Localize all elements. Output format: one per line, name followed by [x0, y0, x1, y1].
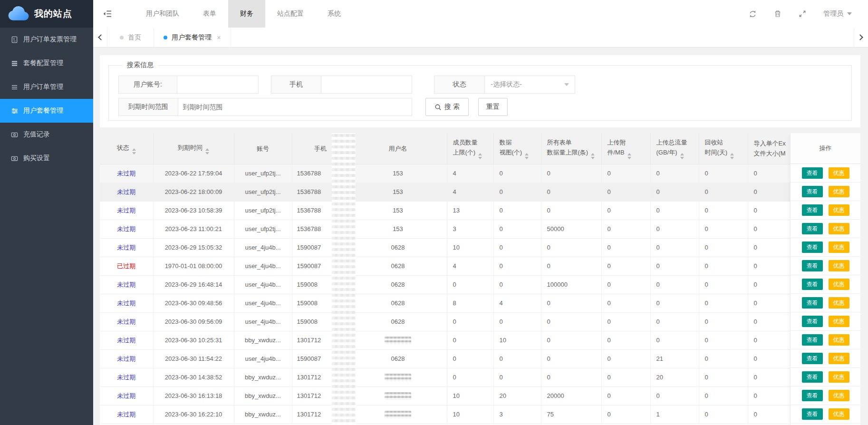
close-icon[interactable]: × [217, 34, 221, 41]
sidebar-item[interactable]: 用户订单管理 [0, 75, 93, 99]
discount-button[interactable]: 优惠 [829, 260, 849, 271]
cell-username: 0628 [349, 349, 447, 368]
discount-button[interactable]: 优惠 [829, 390, 849, 401]
discount-button[interactable]: 优惠 [829, 353, 849, 364]
account-input[interactable] [177, 76, 258, 93]
discount-button[interactable]: 优惠 [829, 334, 849, 346]
reset-button[interactable]: 重置 [478, 98, 508, 116]
discount-button[interactable]: 优惠 [829, 371, 849, 383]
column-header-traffic_gb[interactable]: 上传总流量(GB/年) [650, 133, 699, 164]
discount-button[interactable]: 优惠 [829, 167, 849, 179]
column-header-recycle_days[interactable]: 回收站时间(天) [699, 133, 748, 164]
column-header-status[interactable]: 状态 [100, 133, 153, 164]
collapse-menu-icon[interactable] [93, 0, 121, 28]
view-button[interactable]: 查看 [802, 260, 823, 271]
top-nav-tab[interactable]: 表单 [191, 0, 228, 28]
table-row: 未过期2023-06-22 17:59:04user_ufp2tj...1536… [100, 164, 860, 183]
phone-prefix: 1590087 [297, 244, 321, 251]
sidebar-item[interactable]: 用户套餐管理 [0, 99, 93, 123]
sort-arrows-icon[interactable] [132, 148, 136, 155]
sort-arrows-icon[interactable] [627, 153, 631, 159]
view-button[interactable]: 查看 [802, 353, 823, 364]
cell-traffic_gb: 0 [650, 331, 699, 349]
sort-arrows-icon[interactable] [591, 153, 595, 159]
view-button[interactable]: 查看 [802, 204, 823, 216]
date-range-input[interactable] [178, 98, 412, 116]
top-nav-tab[interactable]: 系统 [316, 0, 353, 28]
sidebar-item[interactable]: 套餐配置管理 [0, 51, 93, 75]
discount-button[interactable]: 优惠 [829, 279, 849, 290]
order-list-icon [10, 84, 19, 91]
view-button[interactable]: 查看 [802, 316, 823, 327]
fullscreen-icon[interactable] [799, 10, 806, 18]
status-select[interactable]: -选择状态- [485, 76, 575, 93]
column-header-form_data_limit[interactable]: 所有表单数据量上限(条) [541, 133, 601, 164]
sort-arrows-icon[interactable] [478, 153, 482, 159]
table-body: 未过期2023-06-22 17:59:04user_ufp2tj...1536… [100, 164, 860, 424]
status-badge: 未过期 [117, 225, 135, 232]
sidebar-item[interactable]: 购买设置 [0, 146, 93, 170]
cell-account: user_ufp2tj... [234, 183, 292, 201]
logo[interactable]: 我的站点 [0, 0, 93, 28]
discount-button[interactable]: 优惠 [829, 316, 849, 327]
view-button[interactable]: 查看 [802, 390, 823, 401]
cell-data_views: 3 [493, 405, 541, 424]
admin-dropdown[interactable]: 管理员 [823, 10, 852, 18]
view-button[interactable]: 查看 [802, 186, 823, 197]
tab-scroll-right-icon[interactable] [854, 28, 868, 47]
sidebar-item[interactable]: 用户订单发票管理 [0, 28, 93, 51]
refresh-icon[interactable] [749, 10, 757, 18]
cell-traffic_gb: 0 [650, 220, 699, 238]
view-button[interactable]: 查看 [802, 223, 823, 234]
column-header-data_views[interactable]: 数据视图(个) [493, 133, 541, 164]
column-header-expire_time[interactable]: 到期时间 [153, 133, 234, 164]
page-tab[interactable]: 用户套餐管理× [154, 28, 231, 47]
phone-input[interactable] [321, 76, 412, 93]
row-actions: 查看优惠 [791, 331, 860, 349]
top-nav-tab[interactable]: 用户和团队 [134, 0, 191, 28]
cloud-logo-icon [6, 6, 30, 22]
cell-phone: 1301712 [292, 331, 349, 349]
cell-status: 未过期 [100, 238, 153, 257]
view-button[interactable]: 查看 [802, 371, 823, 383]
status-badge: 未过期 [117, 244, 135, 251]
discount-button[interactable]: 优惠 [829, 223, 849, 234]
masked-username [385, 411, 411, 418]
column-header-upload_mb[interactable]: 上传附件/MB [601, 133, 650, 164]
sidebar-item[interactable]: 充值记录 [0, 123, 93, 146]
top-nav-tab[interactable]: 财务 [228, 0, 265, 28]
sort-arrows-icon[interactable] [525, 153, 529, 159]
sort-arrows-icon[interactable] [205, 148, 209, 155]
table-row: 未过期2023-06-30 16:22:10bby_xwduz...130171… [100, 405, 860, 424]
cell-username [349, 405, 447, 424]
column-header-member_limit[interactable]: 成员数量上限(个) [447, 133, 493, 164]
view-button[interactable]: 查看 [802, 167, 823, 179]
table-row: 已过期1970-01-01 08:00:00user_4ju4b...15900… [100, 257, 860, 275]
view-button[interactable]: 查看 [802, 297, 823, 309]
row-actions: 查看优惠 [791, 368, 860, 386]
cell-username: 153 [349, 164, 447, 183]
discount-button[interactable]: 优惠 [829, 241, 849, 253]
discount-button[interactable]: 优惠 [829, 186, 849, 197]
status-badge: 未过期 [117, 411, 135, 418]
cell-upload_mb: 0 [601, 349, 650, 368]
cell-expire_time: 2023-06-23 10:58:39 [153, 201, 234, 220]
cell-form_data_limit: 100000 [541, 275, 601, 294]
search-button[interactable]: 搜 索 [425, 98, 469, 116]
discount-button[interactable]: 优惠 [829, 297, 849, 309]
cell-username: 153 [349, 220, 447, 238]
view-button[interactable]: 查看 [802, 241, 823, 253]
sort-arrows-icon[interactable] [680, 153, 684, 159]
view-button[interactable]: 查看 [802, 279, 823, 290]
trash-icon[interactable] [774, 10, 781, 18]
discount-button[interactable]: 优惠 [829, 408, 849, 420]
page-tab[interactable]: 首页 [107, 28, 154, 47]
top-nav-tab[interactable]: 站点配置 [265, 0, 316, 28]
cell-member_limit: 4 [447, 183, 493, 201]
sort-arrows-icon[interactable] [730, 153, 734, 159]
discount-button[interactable]: 优惠 [829, 204, 849, 216]
view-button[interactable]: 查看 [802, 408, 823, 420]
table-row: 未过期2023-06-23 11:00:21user_ufp2tj...1536… [100, 220, 860, 238]
tab-scroll-left-icon[interactable] [93, 28, 107, 47]
view-button[interactable]: 查看 [802, 334, 823, 346]
